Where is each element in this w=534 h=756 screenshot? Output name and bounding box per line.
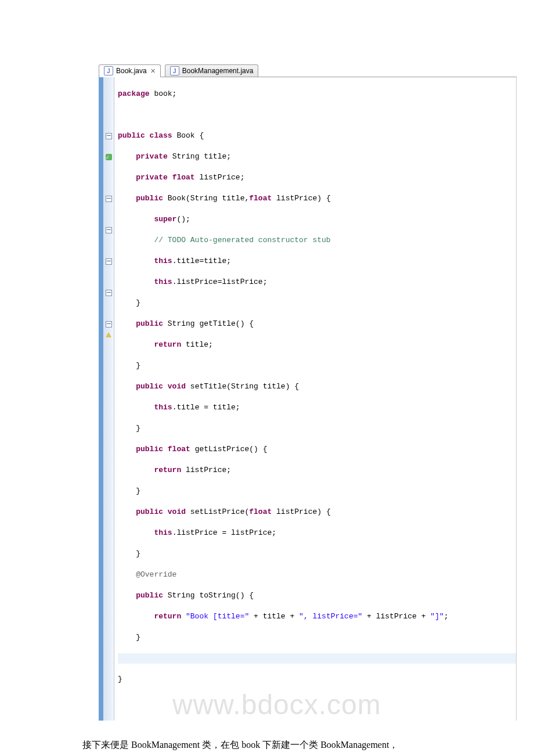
eclipse-editor-screenshot: J Book.java ✕ J BookManagement.java pack…: [99, 64, 517, 721]
java-file-icon: J: [104, 66, 113, 75]
paragraph: 接下来便是 BookManagement 类，在包 book 下新建一个类 Bo…: [82, 735, 489, 755]
fold-toggle-icon[interactable]: [106, 321, 112, 327]
document-body-text: 接下来便是 BookManagement 类，在包 book 下新建一个类 Bo…: [82, 735, 489, 756]
fold-toggle-icon[interactable]: [106, 227, 112, 233]
fold-toggle-icon[interactable]: [106, 133, 112, 139]
fold-toggle-icon[interactable]: [106, 196, 112, 202]
fold-toggle-icon[interactable]: [106, 290, 112, 296]
code-editor: package book; public class Book { privat…: [99, 77, 517, 721]
close-icon[interactable]: ✕: [150, 67, 156, 75]
watermark: www.bdocx.com: [172, 700, 381, 710]
quick-fix-icon[interactable]: [106, 154, 112, 160]
overview-ruler: [99, 77, 103, 721]
code-content[interactable]: package book; public class Book { privat…: [114, 77, 516, 721]
fold-toggle-icon[interactable]: [106, 258, 112, 265]
warning-icon[interactable]: [106, 332, 111, 337]
tab-label: Book.java: [116, 67, 147, 75]
editor-tab-bar: J Book.java ✕ J BookManagement.java: [99, 64, 517, 77]
java-file-icon: J: [170, 66, 179, 75]
tab-bookmanagement-java[interactable]: J BookManagement.java: [165, 64, 259, 77]
tab-label: BookManagement.java: [182, 67, 254, 75]
tab-book-java[interactable]: J Book.java ✕: [99, 64, 161, 77]
gutter: [103, 77, 114, 721]
